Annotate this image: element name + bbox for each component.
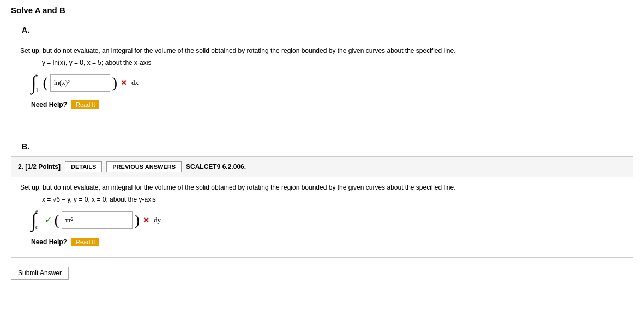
left-bracket-a: ( [43,75,47,90]
need-help-a-label: Need Help? [31,101,67,108]
details-button[interactable]: DETAILS [65,161,102,172]
previous-answers-button[interactable]: PREVIOUS ANSWERS [106,161,182,172]
question2-body: Set up, but do not evaluate, an integral… [11,177,633,257]
integral-a-group: ∫ 5 1 [31,72,40,94]
scalcet-label: SCALCET9 6.2.006. [186,163,246,171]
integral2-input[interactable] [62,211,133,229]
page-title: Solve A and B [11,5,633,15]
problem2-description: Set up, but do not evaluate, an integral… [20,184,624,191]
problem-a-description: Set up, but do not evaluate, an integral… [20,47,624,55]
right-bracket-a: ) [112,75,117,90]
dy-2: dy [154,216,161,225]
problem-a-box: Set up, but do not evaluate, an integral… [11,40,633,120]
submit-answer-button[interactable]: Submit Answer [11,267,69,280]
need-help-2-row: Need Help? Read It [31,238,624,246]
integral-a-input[interactable] [50,74,110,92]
points-label: 2. [1/2 Points] [18,163,61,171]
left-bracket-2: ( [54,213,59,228]
check-mark: ✓ [45,215,52,225]
integral2-symbol: ∫ [31,210,37,230]
integral-a-symbol: ∫ [31,73,37,93]
curve-a-equation: y = ln(x), y = 0, x = 5; about the x-axi… [42,59,624,66]
right-bracket-2: ) [135,213,140,228]
curve2-equation: x = √6 – y, y = 0, x = 0; about the y-ax… [42,196,624,203]
need-help-2-label: Need Help? [31,238,67,246]
integral2-row: ∫ 6 0 ✓ ( ) ✕ dy [31,209,624,231]
need-help-a-row: Need Help? Read It [31,100,624,109]
read-it-2-button[interactable]: Read It [71,238,99,246]
section-b-label: B. [22,142,633,151]
dx-a: dx [131,78,139,87]
question2-header: 2. [1/2 Points] DETAILS PREVIOUS ANSWERS… [11,156,633,177]
error-x-2: ✕ [143,216,149,225]
section-a-label: A. [22,26,633,34]
error-x-a: ✕ [121,78,127,87]
integral-a-row: ∫ 5 1 ( ) ✕ dx [31,72,624,94]
read-it-a-button[interactable]: Read It [71,100,99,109]
integral2-group: ∫ 6 0 [31,209,40,231]
